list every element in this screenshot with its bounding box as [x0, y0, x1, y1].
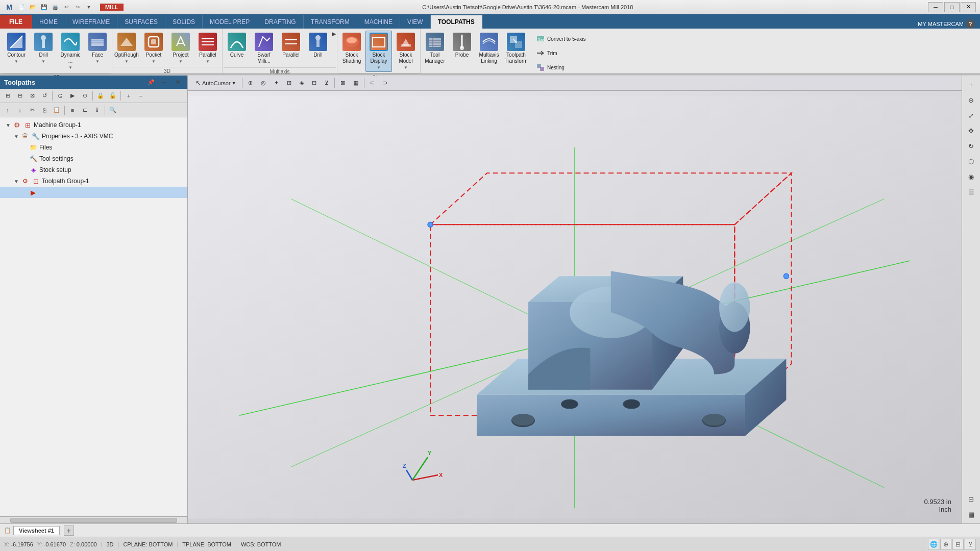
rt-options[interactable]: ☰ [964, 185, 978, 199]
parallel-ma-btn[interactable]: Parallel [278, 31, 304, 60]
tab-machine[interactable]: MACHINE [357, 15, 400, 29]
tree-machine-group[interactable]: ▼ ⚙ ⊞ Machine Group-1 [0, 119, 187, 131]
tab-surfaces[interactable]: SURFACES [117, 15, 165, 29]
rt-snap-settings[interactable]: ⊟ [964, 492, 978, 506]
swarf-btn[interactable]: Swarf Milli... [251, 31, 277, 66]
panel-min-btn[interactable]: ─ [159, 77, 170, 88]
contour-btn[interactable]: Contour ▼ [3, 31, 30, 66]
new-btn[interactable]: 📄 [16, 2, 27, 12]
tab-drafting[interactable]: DRAFTING [257, 15, 303, 29]
globe-btn3[interactable]: ⊟ [952, 539, 964, 550]
view-cursor-dropdown[interactable]: ↖ AutoCursor ▼ [192, 77, 240, 89]
multiaxis-linking-btn[interactable]: Multiaxis Linking [476, 31, 502, 66]
drill-btn[interactable]: Drill ▼ [30, 31, 57, 66]
pt-expand[interactable]: + [123, 90, 134, 102]
nesting-btn[interactable]: Nesting [533, 61, 589, 74]
vt-snap3[interactable]: ✦ [271, 77, 282, 89]
panel-close-btn[interactable]: ✕ [172, 77, 183, 88]
tab-view[interactable]: VIEW [400, 15, 431, 29]
minimize-btn[interactable]: ─ [928, 2, 943, 12]
tool-settings-toggle[interactable]: ─ [20, 155, 29, 163]
vt-snap7[interactable]: ⊻ [321, 77, 332, 89]
vt-snap4[interactable]: ⊞ [283, 77, 295, 89]
vt-snap6[interactable]: ⊟ [308, 77, 320, 89]
vt-grid2[interactable]: ▦ [350, 77, 362, 89]
tab-solids[interactable]: SOLIDS [165, 15, 203, 29]
globe-btn2[interactable]: ⊕ [940, 539, 951, 550]
viewsheet-tab[interactable]: Viewsheet #1 [13, 526, 60, 535]
print-btn[interactable]: 🖨️ [50, 2, 60, 12]
tab-transform[interactable]: TRANSFORM [304, 15, 357, 29]
pt-toggle-all[interactable]: ⊠ [27, 90, 38, 102]
panel-pin-btn[interactable]: 📌 [145, 77, 157, 88]
toolpath-item-toggle[interactable]: ─ [20, 188, 29, 196]
rt-view-manager[interactable]: ▦ [964, 507, 978, 521]
pt-postprocess[interactable]: G [55, 90, 66, 102]
probe-btn[interactable]: Probe [449, 31, 475, 60]
close-btn[interactable]: ✕ [961, 2, 976, 12]
globe-btn4[interactable]: ⊻ [965, 539, 976, 550]
trim-btn[interactable]: Trim [533, 46, 589, 60]
globe-btn1[interactable]: 🌐 [928, 539, 939, 550]
curve-btn[interactable]: Curve [224, 31, 250, 60]
optiroug-btn[interactable]: OptiRough ▼ [113, 31, 140, 66]
toolpath-group-toggle[interactable]: ▼ [12, 177, 20, 185]
qa-arrow[interactable]: ▼ [84, 2, 94, 12]
pt-collapse[interactable]: − [135, 90, 146, 102]
tab-toolpaths[interactable]: TOOLPATHS [431, 15, 482, 29]
pt-regen[interactable]: ↺ [39, 90, 50, 102]
rt-rotate[interactable]: ↻ [964, 139, 978, 153]
pt-select-all[interactable]: ⊞ [2, 90, 13, 102]
pt-unlock[interactable]: 🔓 [107, 90, 118, 102]
convert-5axis-btn[interactable]: 5ax Convert to 5-axis [533, 32, 589, 45]
pocket-btn[interactable]: Pocket ▼ [140, 31, 167, 66]
rt-pan[interactable]: ✥ [964, 123, 978, 138]
pt-backplot[interactable]: ⊙ [79, 90, 90, 102]
open-btn[interactable]: 📂 [28, 2, 38, 12]
help-icon[interactable]: ? [966, 19, 975, 29]
app-icon[interactable]: M [4, 2, 14, 12]
pt-info[interactable]: ℹ [91, 105, 103, 116]
vt-snap2[interactable]: ◎ [257, 77, 270, 89]
redo-btn[interactable]: ↪ [72, 2, 83, 12]
vt-snap5[interactable]: ◈ [296, 77, 307, 89]
rt-zoom-window[interactable]: ⤢ [964, 108, 978, 122]
stock-shading-btn[interactable]: Stock Shading [338, 31, 365, 66]
pt-copy[interactable]: ⎘ [39, 105, 50, 116]
pt-deselect[interactable]: ⊟ [14, 90, 26, 102]
vt-filter1[interactable]: ⊂ [366, 77, 378, 89]
machine-group-toggle[interactable]: ▼ [4, 121, 12, 129]
tab-wireframe[interactable]: WIREFRAME [65, 15, 117, 29]
dynamic-btn[interactable]: Dynamic ... ▼ [57, 31, 84, 72]
properties-toggle[interactable]: ▼ [12, 132, 20, 140]
maximize-btn[interactable]: □ [944, 2, 960, 12]
tree-tool-settings[interactable]: ─ 🔨 Tool settings [0, 153, 187, 164]
panel-scrollbar[interactable] [0, 516, 187, 523]
mastercam-link[interactable]: MY MASTERCAM ? [918, 19, 980, 29]
rt-shaded[interactable]: ◉ [964, 169, 978, 184]
toolpath-transform-btn[interactable]: Toolpath Transform [503, 31, 529, 66]
vt-grid1[interactable]: ⊠ [337, 77, 349, 89]
rt-fit-all[interactable]: ⊕ [964, 93, 978, 107]
pt-arrow-up[interactable]: ↑ [2, 105, 13, 116]
tab-model-prep[interactable]: MODEL PREP [203, 15, 257, 29]
pt-simulate[interactable]: ▶ [67, 90, 78, 102]
rt-wireframe[interactable]: ⬡ [964, 154, 978, 168]
vt-snap1[interactable]: ⊕ [244, 77, 256, 89]
face-btn[interactable]: Face ▼ [84, 31, 111, 66]
tree-toolpath-group[interactable]: ▼ ⚙ ⊡ Toolpath Group-1 [0, 176, 187, 187]
pt-sort[interactable]: ≡ [67, 105, 78, 116]
tab-file[interactable]: FILE [0, 15, 32, 29]
tree-stock-setup[interactable]: ─ ◈ Stock setup [0, 164, 187, 176]
scrollbar-thumb[interactable] [10, 518, 177, 523]
tree-toolpath-item[interactable]: ─ ▶ [0, 187, 187, 198]
tree-properties[interactable]: ▼ 🏛 🔧 Properties - 3 - AXIS VMC [0, 131, 187, 142]
pt-filter[interactable]: ⊏ [79, 105, 90, 116]
files-toggle[interactable]: ─ [20, 143, 29, 152]
save-btn[interactable]: 💾 [39, 2, 49, 12]
stock-display-btn[interactable]: Stock Display ▼ [365, 31, 392, 72]
tool-manager-btn[interactable]: ToolManager [422, 31, 448, 66]
drill-ma-btn[interactable]: Drill [305, 31, 331, 60]
stock-model-btn[interactable]: Stock Model ▼ [393, 31, 419, 72]
vt-filter2[interactable]: ⊃ [379, 77, 391, 89]
